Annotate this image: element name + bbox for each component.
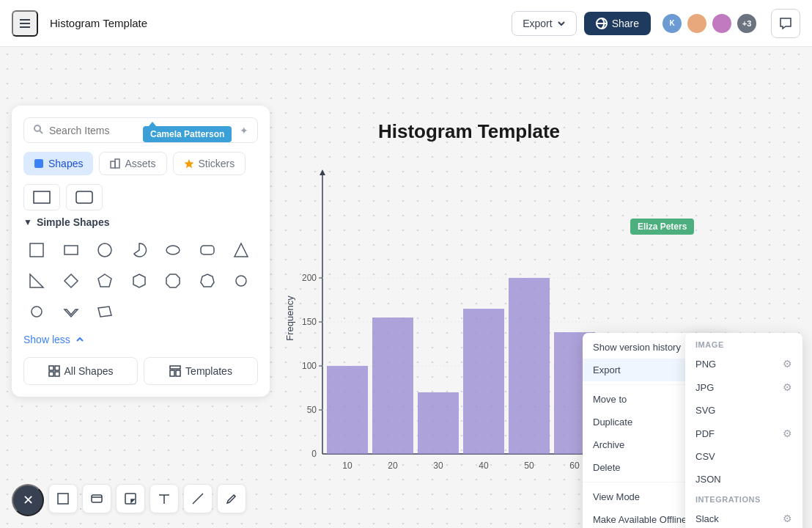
shape-pentagon[interactable] — [92, 268, 118, 294]
shape-triangle[interactable] — [228, 237, 254, 263]
shape-chevron[interactable] — [58, 298, 84, 325]
svg-text:10: 10 — [342, 461, 353, 471]
svg-rect-69 — [125, 494, 136, 504]
svg-text:20: 20 — [388, 461, 398, 471]
comment-button[interactable] — [771, 9, 800, 38]
cursor-eliza: Eliza Peters — [630, 219, 694, 235]
svg-point-24 — [236, 276, 246, 286]
shapes-grid — [23, 237, 258, 325]
section-simple-shapes: ▼ Simple Shapes — [23, 216, 258, 228]
shape-right-triangle[interactable] — [23, 268, 50, 294]
shape-rounded-rect[interactable] — [194, 237, 221, 263]
svg-text:200: 200 — [302, 273, 317, 283]
show-less-button[interactable]: Show less — [23, 334, 258, 345]
svg-point-4 — [34, 125, 40, 131]
svg-line-73 — [234, 495, 235, 496]
shape-tabs: Shapes Assets Stickers — [23, 152, 258, 175]
svg-point-15 — [166, 246, 180, 254]
pen-tool-button[interactable] — [217, 484, 246, 513]
svg-text:0: 0 — [311, 449, 317, 459]
menu-button[interactable] — [12, 10, 38, 37]
svg-rect-57 — [463, 309, 504, 454]
svg-marker-23 — [201, 274, 214, 287]
close-button[interactable]: ✕ — [12, 484, 44, 516]
svg-text:Frequency: Frequency — [284, 296, 295, 341]
line-tool-button[interactable] — [183, 484, 213, 513]
shape-pie[interactable] — [126, 237, 152, 263]
shape-circle[interactable] — [92, 237, 118, 263]
svg-rect-33 — [170, 366, 180, 369]
tab-shapes[interactable]: Shapes — [23, 152, 93, 175]
chart-title: Histogram Template — [278, 120, 660, 143]
all-shapes-button[interactable]: All Shapes — [23, 357, 138, 385]
svg-marker-20 — [98, 274, 111, 287]
svg-text:150: 150 — [302, 317, 317, 327]
svg-text:50: 50 — [307, 405, 317, 415]
text-tool-button[interactable] — [150, 484, 179, 513]
shape-hexagon[interactable] — [126, 268, 152, 294]
submenu-item-png[interactable]: PNG ⚙ — [685, 352, 802, 375]
submenu-item-jpg[interactable]: JPG ⚙ — [685, 375, 802, 399]
bottom-buttons: All Shapes Templates — [23, 357, 258, 385]
gear-icon[interactable]: ⚙ — [783, 513, 792, 524]
shape-rect[interactable] — [58, 237, 84, 263]
gear-icon[interactable]: ⚙ — [783, 358, 792, 370]
svg-rect-32 — [55, 372, 59, 376]
templates-button[interactable]: Templates — [144, 357, 258, 385]
svg-marker-21 — [133, 274, 145, 287]
svg-text:30: 30 — [433, 461, 443, 471]
svg-marker-9 — [184, 159, 193, 168]
submenu-item-csv[interactable]: CSV — [685, 445, 802, 468]
tab-assets[interactable]: Assets — [99, 152, 166, 175]
export-button[interactable]: Export — [512, 11, 576, 36]
svg-text:50: 50 — [524, 461, 534, 471]
svg-rect-31 — [49, 372, 53, 376]
shape-parallelogram[interactable] — [92, 298, 118, 325]
svg-rect-55 — [372, 318, 413, 454]
export-submenu: Image PNG ⚙ JPG ⚙ SVG PDF ⚙ CSV JSON Int… — [685, 333, 802, 528]
container-tool-button[interactable] — [82, 484, 111, 513]
svg-rect-66 — [58, 494, 68, 504]
chevron-icon: ▼ — [23, 217, 32, 227]
svg-marker-18 — [30, 274, 43, 287]
note-tool-button[interactable] — [116, 484, 145, 513]
collaborator-avatars: K +3 — [661, 12, 758, 34]
shape-ring[interactable] — [23, 298, 50, 325]
gear-icon[interactable]: ⚙ — [783, 381, 792, 393]
svg-text:60: 60 — [569, 461, 580, 471]
svg-rect-35 — [176, 370, 180, 376]
shape-preview[interactable] — [66, 184, 103, 210]
cursor-camela: Camela Patterson — [143, 126, 232, 142]
svg-rect-67 — [92, 495, 102, 502]
shape-heptagon[interactable] — [194, 268, 221, 294]
avatar: K — [661, 12, 683, 34]
canvas-area[interactable]: Camela Patterson Eliza Peters ✦ Shapes A… — [0, 47, 812, 528]
submenu-item-svg[interactable]: SVG — [685, 399, 802, 422]
svg-line-72 — [193, 494, 203, 504]
svg-rect-29 — [49, 366, 53, 370]
svg-marker-22 — [166, 274, 180, 287]
svg-rect-54 — [327, 366, 368, 454]
shape-octagon[interactable] — [160, 268, 186, 294]
pin-icon: ✦ — [240, 125, 248, 136]
submenu-item-json[interactable]: JSON — [685, 468, 802, 491]
frame-tool-button[interactable] — [48, 484, 78, 513]
tab-stickers[interactable]: Stickers — [173, 152, 246, 175]
shape-square[interactable] — [23, 237, 50, 263]
share-button[interactable]: Share — [584, 12, 651, 35]
svg-point-14 — [98, 243, 111, 257]
shape-diamond[interactable] — [58, 268, 84, 294]
svg-rect-8 — [115, 159, 119, 168]
submenu-item-pdf[interactable]: PDF ⚙ — [685, 422, 802, 445]
shape-ellipse[interactable] — [160, 237, 186, 263]
svg-rect-56 — [418, 392, 459, 454]
gear-icon[interactable]: ⚙ — [783, 428, 792, 439]
submenu-item-slack[interactable]: Slack ⚙ — [685, 507, 802, 528]
shape-small-circle[interactable] — [228, 268, 254, 294]
svg-rect-11 — [76, 191, 92, 203]
search-icon — [33, 124, 43, 136]
svg-marker-19 — [64, 274, 78, 287]
shape-preview[interactable] — [23, 184, 60, 210]
histogram-chart: Frequency 0 50 100 150 200 — [278, 161, 630, 527]
shape-preview-row — [23, 184, 258, 210]
